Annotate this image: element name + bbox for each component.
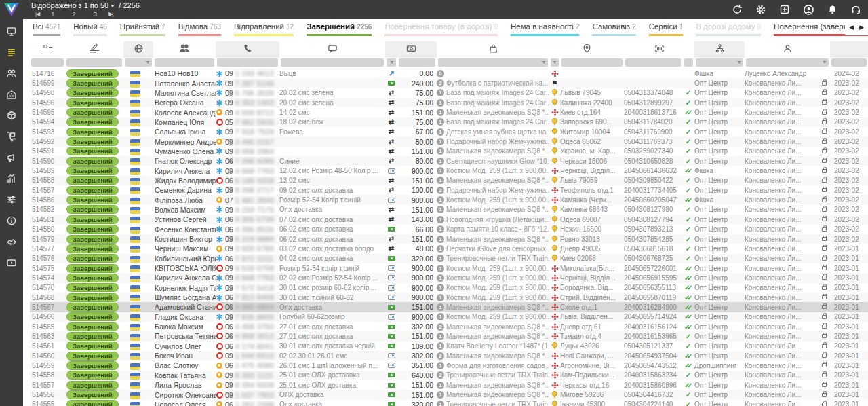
filter-input[interactable] bbox=[31, 58, 64, 67]
table-row[interactable]: 514558ЗавершенийКовпак Татьяна098 393 11… bbox=[30, 371, 868, 380]
filter-input[interactable] bbox=[696, 58, 743, 67]
page-button-2[interactable]: 2 bbox=[64, 10, 85, 18]
table-row[interactable]: 514555ЗавершенийНовосад Олеся061 262 239… bbox=[30, 400, 868, 406]
tab-10[interactable]: В дорозі додому0 bbox=[696, 22, 761, 36]
marketing-icon[interactable] bbox=[0, 147, 23, 168]
table-row[interactable]: 514598ЗавершенийМалютина Светлана∗096 79… bbox=[30, 88, 868, 98]
column-header-pin-icon[interactable] bbox=[549, 41, 624, 58]
table-row[interactable]: 514582ЗавершенийВолков Максим∗094 154 71… bbox=[30, 205, 868, 215]
status-cell[interactable]: Завершений bbox=[65, 108, 123, 117]
settings-sliders-icon[interactable] bbox=[0, 189, 23, 210]
status-cell[interactable]: Завершений bbox=[65, 215, 123, 224]
table-row[interactable]: 514592ЗавершенийМерклингер Андрей093 490… bbox=[30, 136, 868, 146]
table-row[interactable]: 514556ЗавершенийСиротюк Олександр091 637… bbox=[30, 390, 868, 399]
table-row[interactable]: 514593ЗавершенийСольська Ірина∗097 918 7… bbox=[30, 127, 868, 136]
status-cell[interactable]: Завершений bbox=[65, 352, 123, 361]
tab-8[interactable]: Самовивіз2 bbox=[592, 22, 635, 36]
status-cell[interactable]: Завершений bbox=[65, 390, 123, 399]
table-row[interactable]: 514581ЗавершенийУстинов Сергей∗064 305 5… bbox=[30, 215, 868, 224]
status-cell[interactable]: Завершений bbox=[65, 293, 123, 302]
column-header-bag-icon[interactable] bbox=[437, 41, 549, 58]
status-cell[interactable]: Завершений bbox=[65, 196, 123, 204]
table-row[interactable]: 514561ЗавершенийСучилов Олег064 174 8041… bbox=[30, 342, 868, 351]
column-header-user-icon[interactable] bbox=[745, 41, 830, 58]
status-cell[interactable]: Завершений bbox=[65, 225, 123, 234]
filter-input[interactable] bbox=[125, 58, 152, 67]
table-row[interactable]: 514588ЗавершенийЖидак Володимир066 199 4… bbox=[30, 176, 868, 185]
filter-input[interactable] bbox=[831, 58, 867, 67]
status-cell[interactable]: Завершений bbox=[65, 117, 123, 126]
filter-input[interactable] bbox=[155, 58, 214, 67]
status-cell[interactable]: Завершений bbox=[65, 312, 123, 321]
table-row[interactable]: 514594ЗавершенийКомпанец Юля057 962 0935… bbox=[30, 117, 868, 127]
status-cell[interactable]: Завершений bbox=[65, 137, 123, 146]
filter-input[interactable] bbox=[438, 58, 548, 67]
column-header-phone-icon[interactable] bbox=[216, 41, 279, 58]
table-row[interactable]: 514599ЗавершенийПотапенко Анастас..∗097 … bbox=[30, 78, 868, 88]
tab-1[interactable]: Новый46 bbox=[73, 22, 107, 36]
filter-input[interactable] bbox=[625, 58, 681, 67]
partners-icon[interactable] bbox=[0, 231, 23, 252]
table-row[interactable]: 514580ЗавершенийФесенко Константин∗064 3… bbox=[30, 225, 868, 234]
table-row[interactable]: 514565ЗавершенийБаюка Максим064 458 3750… bbox=[30, 322, 868, 331]
page-button-1[interactable]: 1 bbox=[42, 10, 63, 18]
notifications-bell-icon[interactable] bbox=[827, 4, 837, 15]
info-icon[interactable] bbox=[0, 210, 23, 231]
status-cell[interactable]: Завершений bbox=[65, 186, 123, 195]
status-cell[interactable]: Завершений bbox=[65, 371, 123, 380]
statistics-icon[interactable] bbox=[0, 168, 23, 189]
table-row[interactable]: 514589ЗавершенийКирилич Анжела∗094 668 7… bbox=[30, 166, 868, 175]
column-header-comment-icon[interactable] bbox=[279, 41, 385, 58]
table-row[interactable]: 514576ЗавершенийКобилинський Юрий∗067 97… bbox=[30, 254, 868, 263]
table-row[interactable]: 514575ЗавершенийКВІТОВСЬКА ЮЛІЯ099 518 0… bbox=[30, 263, 868, 273]
status-cell[interactable]: Завершений bbox=[65, 157, 123, 166]
filter-input[interactable] bbox=[387, 58, 396, 67]
dashboard-icon[interactable] bbox=[0, 20, 23, 41]
tabs-scroll-left-icon[interactable]: ◀ bbox=[849, 24, 854, 31]
status-cell[interactable]: Завершений bbox=[65, 254, 123, 263]
tab-0[interactable]: Всі4521 bbox=[33, 22, 60, 36]
status-cell[interactable]: Завершений bbox=[65, 332, 123, 341]
column-header-id-icon[interactable]: ID bbox=[30, 41, 65, 58]
first-page-button[interactable]: |◀ bbox=[33, 10, 42, 18]
table-row[interactable]: 514577ЗавершенийЧерниш Максим093 609 678… bbox=[30, 244, 868, 253]
status-cell[interactable]: Завершений bbox=[65, 244, 123, 253]
status-cell[interactable]: Завершений bbox=[65, 342, 123, 350]
table-row[interactable]: 514574ЗавершенийКирилич Анжела Ол...∗094… bbox=[30, 273, 868, 282]
filter-input[interactable] bbox=[684, 58, 693, 67]
table-row[interactable]: 514567ЗавершенийАдамовский Станис...064 … bbox=[30, 302, 868, 312]
account-icon[interactable] bbox=[803, 4, 814, 16]
table-row[interactable]: 514596ЗавершенийВегера Оксана∗094 363 14… bbox=[30, 98, 868, 107]
status-cell[interactable]: Завершений bbox=[65, 166, 123, 175]
table-row[interactable]: 514560ЗавершенийБокоч Иван091 644 651002… bbox=[30, 351, 868, 361]
status-cell[interactable]: Завершений bbox=[65, 147, 123, 155]
column-header-clients-icon[interactable] bbox=[153, 41, 216, 58]
tab-6[interactable]: Повернення товару (в дорозі)0 bbox=[384, 22, 498, 36]
app-logo[interactable] bbox=[3, 1, 20, 18]
column-header-edit-status-icon[interactable] bbox=[65, 41, 123, 58]
refresh-icon[interactable] bbox=[732, 4, 743, 15]
table-row[interactable]: 514563ЗавершенийПетровська Тетяна064 958… bbox=[30, 331, 868, 341]
status-cell[interactable]: Завершений bbox=[65, 176, 123, 185]
table-row[interactable]: 514587ЗавершенийСеменюк Дарина∗098 398 2… bbox=[30, 185, 868, 195]
status-cell[interactable]: Завершений bbox=[65, 283, 123, 292]
status-cell[interactable]: Завершений bbox=[65, 128, 123, 136]
logistics-icon[interactable] bbox=[0, 126, 23, 147]
last-page-button[interactable]: ▶| bbox=[106, 10, 115, 18]
column-header-barcode-icon[interactable] bbox=[624, 41, 694, 58]
filter-input[interactable] bbox=[217, 58, 278, 67]
filter-input[interactable] bbox=[399, 58, 435, 67]
table-row[interactable]: 514568ЗавершенийШумляс Богдана Ан...∗067… bbox=[30, 293, 868, 302]
status-cell[interactable]: Завершений bbox=[65, 205, 123, 214]
filter-input[interactable] bbox=[561, 58, 623, 67]
customers-icon[interactable] bbox=[0, 62, 23, 84]
status-cell[interactable]: Завершений bbox=[65, 361, 123, 370]
table-row[interactable]: 514716ЗавершенийНов10 Нов10∗091 193 4612… bbox=[30, 69, 868, 78]
support-headset-icon[interactable] bbox=[850, 4, 861, 15]
tab-3[interactable]: Відмова763 bbox=[178, 22, 221, 36]
products-icon[interactable] bbox=[0, 105, 23, 126]
status-cell[interactable]: Завершений bbox=[65, 235, 123, 244]
tab-2[interactable]: Прийнятий7 bbox=[120, 22, 165, 36]
table-row[interactable]: 514559ЗавершенийВлас Слотюу061 475 40802… bbox=[30, 361, 868, 370]
status-cell[interactable]: Завершений bbox=[65, 274, 123, 282]
